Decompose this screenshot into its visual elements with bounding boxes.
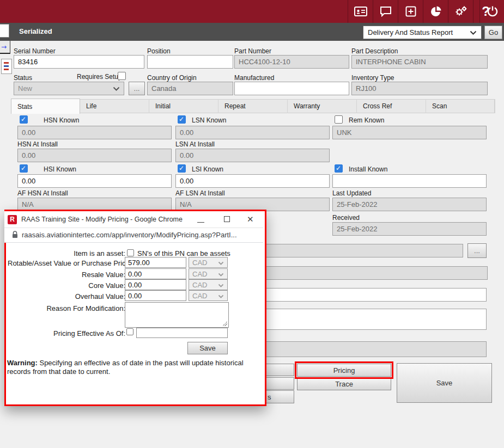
chevron-down-icon xyxy=(218,281,224,289)
status-browse-button[interactable]: ... xyxy=(129,82,145,95)
hsn-known-label: HSN Known xyxy=(44,116,79,124)
core-input[interactable] xyxy=(125,279,186,290)
inventory-type-field: RJ100 xyxy=(351,82,488,95)
lsi-known-checkbox[interactable] xyxy=(178,164,186,173)
core-currency-select[interactable]: CAD xyxy=(189,279,228,290)
effective-checkbox[interactable] xyxy=(126,328,133,335)
position-input[interactable] xyxy=(147,55,233,69)
tab-stats[interactable]: Stats xyxy=(11,99,80,114)
install-value-input[interactable] xyxy=(332,174,487,188)
manufactured-label: Manufactured xyxy=(234,74,274,82)
popup-save-button[interactable]: Save xyxy=(187,342,228,354)
lsn-value-field: 0.00 xyxy=(175,126,330,139)
rotable-input[interactable] xyxy=(125,257,186,268)
reason-label: Reason For Modification: xyxy=(8,304,125,312)
chevron-down-icon xyxy=(218,270,224,278)
contact-card-button[interactable] xyxy=(348,0,373,23)
reason-textarea[interactable] xyxy=(125,302,229,328)
report-select[interactable]: Delivery And Status Report xyxy=(363,26,482,39)
serial-number-input[interactable] xyxy=(14,55,144,69)
country-of-origin-label: Country of Origin xyxy=(147,74,197,82)
hsi-known-checkbox[interactable] xyxy=(20,164,28,173)
lsn-at-install-field: 0.00 xyxy=(175,149,330,162)
chevron-down-icon xyxy=(218,259,224,267)
expand-arrow-icon[interactable]: → xyxy=(1,43,7,51)
overhaul-currency-select[interactable]: CAD xyxy=(189,290,228,301)
requires-setup-label: Requires Setup xyxy=(77,73,122,81)
serial-number-label: Serial Number xyxy=(14,47,56,55)
rem-known-label: Rem Known xyxy=(349,116,384,124)
manufactured-input[interactable] xyxy=(234,82,349,95)
status-label: Status xyxy=(14,74,32,82)
collapsed-panel-notch[interactable] xyxy=(0,24,9,38)
part-description-label: Part Description xyxy=(351,47,398,55)
overhaul-input[interactable] xyxy=(125,290,186,301)
effective-date-input[interactable] xyxy=(136,328,228,338)
report-select-value: Delivery And Status Report xyxy=(368,28,453,36)
install-known-checkbox[interactable] xyxy=(335,164,343,173)
trace-button[interactable]: Trace xyxy=(297,377,391,390)
power-icon xyxy=(487,5,499,17)
received-field: 25-Feb-2022 xyxy=(332,222,487,236)
hsn-at-install-label: HSN At Install xyxy=(17,140,58,148)
lsi-known-label: LSI Known xyxy=(192,165,223,173)
top-navigation-bar: ? xyxy=(0,0,504,23)
tab-cross-ref[interactable]: Cross Ref xyxy=(357,99,426,113)
resale-label: Resale Value: xyxy=(8,271,125,279)
lsn-known-label: LSN Known xyxy=(192,116,226,124)
lsn-at-install-label: LSN At Install xyxy=(175,140,215,148)
chat-button[interactable] xyxy=(373,0,398,23)
save-button[interactable]: Save xyxy=(397,363,492,403)
overhaul-label: Overhaul Value: xyxy=(8,292,125,300)
tab-warranty[interactable]: Warranty xyxy=(288,99,357,113)
app-window: ? Serialized Delivery And Status Report … xyxy=(0,0,504,448)
tab-initial[interactable]: Initial xyxy=(149,99,218,113)
tab-life[interactable]: Life xyxy=(80,99,149,113)
lock-icon xyxy=(12,231,18,241)
last-updated-label: Last Updated xyxy=(332,189,371,197)
raas-favicon: R xyxy=(8,215,17,224)
field-browse-button[interactable]: ... xyxy=(467,243,487,258)
close-icon[interactable]: ✕ xyxy=(247,214,254,224)
status-select-value: New xyxy=(18,84,32,93)
warning-text: Warning: Specifying an effective as of d… xyxy=(7,359,250,377)
lsi-value-input[interactable] xyxy=(175,174,330,188)
popup-window-title: RAAS Training Site - Modify Pricing - Go… xyxy=(21,216,183,223)
core-currency-value: CAD xyxy=(192,281,207,289)
received-label: Received xyxy=(332,214,360,222)
hidden-button-3-partial-label: s xyxy=(268,393,271,401)
asset-note: SN's of this PN can be assets xyxy=(137,249,230,257)
install-known-label: Install Known xyxy=(349,165,387,173)
resale-currency-value: CAD xyxy=(192,270,207,278)
rotable-currency-value: CAD xyxy=(192,259,207,267)
maximize-icon[interactable] xyxy=(224,216,230,222)
go-button[interactable]: Go xyxy=(484,26,502,39)
logout-button[interactable] xyxy=(479,0,504,23)
minimize-icon[interactable] xyxy=(197,222,204,223)
resize-handle[interactable] xyxy=(222,321,227,326)
requires-setup-checkbox[interactable] xyxy=(118,72,126,80)
reports-button[interactable] xyxy=(423,0,448,23)
popup-url: raasais.aviationintertec.com/app/invento… xyxy=(22,231,237,239)
hsi-value-input[interactable] xyxy=(17,174,172,188)
status-select[interactable]: New xyxy=(14,82,124,95)
add-button[interactable] xyxy=(398,0,423,23)
rem-value-field: UNK xyxy=(332,126,487,139)
rotable-currency-select[interactable]: CAD xyxy=(189,257,228,268)
hsn-value-field: 0.00 xyxy=(17,126,172,139)
tab-scan[interactable]: Scan xyxy=(426,99,495,113)
chat-icon xyxy=(380,6,392,17)
chevron-down-icon xyxy=(218,292,224,300)
hsn-known-checkbox[interactable] xyxy=(20,115,28,124)
chevron-down-icon xyxy=(113,84,120,93)
lsn-known-checkbox[interactable] xyxy=(178,115,186,124)
resale-input[interactable] xyxy=(125,268,186,279)
collapsed-panel-icon[interactable] xyxy=(1,59,12,74)
asset-checkbox[interactable] xyxy=(127,249,134,256)
rem-known-checkbox[interactable] xyxy=(335,115,343,124)
resale-currency-select[interactable]: CAD xyxy=(189,268,228,279)
settings-button[interactable] xyxy=(448,0,473,23)
part-description-field: INTERPHONE CABIN xyxy=(351,55,488,69)
tab-repeat[interactable]: Repeat xyxy=(218,99,288,113)
overhaul-currency-value: CAD xyxy=(192,292,207,300)
